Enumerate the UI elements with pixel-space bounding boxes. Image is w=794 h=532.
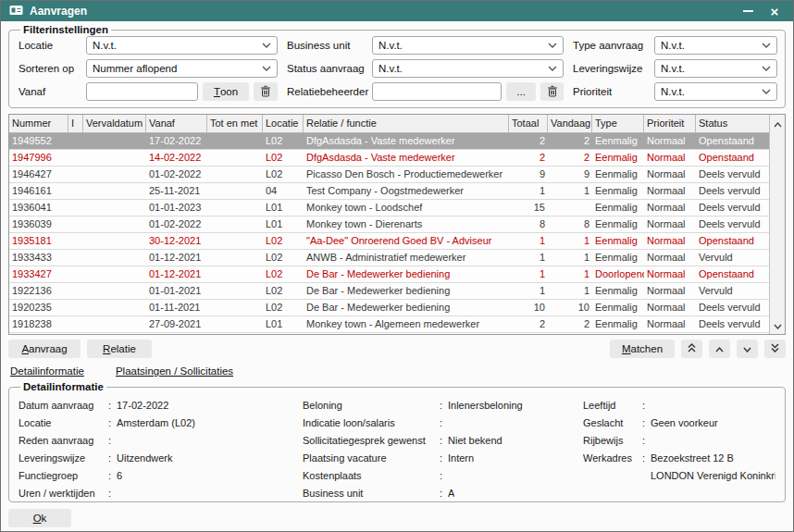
next-row-button[interactable] — [737, 340, 758, 358]
detail-label: Leveringswijze — [19, 452, 108, 464]
aanvragen-window: Aanvragen × Filterinstellingen Locatie N… — [0, 0, 794, 532]
table-row[interactable]: 193603901-02-2022L01Monkey town - Dieren… — [9, 217, 769, 233]
detail-info-legend: Detailinformatie — [20, 381, 106, 392]
detail-value: Niet bekend — [448, 435, 502, 446]
detail-row: Datum aanvraag:17-02-2022 — [19, 396, 303, 414]
detail-value: LONDON Verenigd Koninkrijk — [651, 470, 775, 481]
table-row[interactable]: 193604101-01-2023L01Monkey town - Loodsc… — [9, 200, 769, 217]
detail-value: A — [448, 488, 454, 499]
cell-i — [68, 283, 83, 299]
previous-row-button[interactable] — [709, 340, 730, 358]
cell-nummer: 1947996 — [9, 150, 68, 166]
sorteren-op-label: Sorteren op — [19, 63, 86, 74]
cell-vervaldatum — [83, 300, 146, 315]
toon-button[interactable]: Toon — [203, 82, 249, 101]
matchen-button[interactable]: Matchen — [610, 340, 675, 358]
filter-settings-group: Filterinstellingen Locatie N.v.t. Busine… — [8, 24, 786, 108]
detail-colon: : — [440, 435, 448, 446]
first-row-button[interactable] — [681, 340, 702, 358]
column-header-vandaag[interactable]: Vandaag — [548, 115, 592, 132]
column-header-vanaf[interactable]: Vanaf — [146, 115, 207, 132]
aanvraag-button[interactable]: Aanvraag — [8, 340, 81, 358]
cell-i — [68, 233, 83, 249]
detail-colon: : — [108, 452, 117, 464]
scroll-up-button[interactable] — [771, 117, 785, 130]
cell-tot_en_met — [207, 316, 263, 332]
detail-label: Functiegroep — [19, 470, 108, 481]
table-row[interactable]: 194642701-02-2022L02Picasso Den Bosch - … — [9, 167, 769, 183]
column-header-totaal[interactable]: Totaal — [509, 115, 548, 132]
scroll-down-button[interactable] — [771, 318, 785, 332]
detail-row: Reden aanvraag: — [19, 431, 303, 449]
locatie-select[interactable]: N.v.t. — [86, 36, 278, 55]
detail-label: Plaatsing vacature — [303, 452, 440, 464]
column-header-vervaldatum[interactable]: Vervaldatum — [83, 115, 146, 132]
table-row[interactable]: 194616125-11-202104Test Company - Oogstm… — [9, 183, 769, 200]
column-header-locatie[interactable]: Locatie — [263, 115, 304, 132]
cell-relatie: De Bar - Medewerker bediening — [304, 266, 509, 282]
table-row[interactable]: 194955217-02-2022L02DfgAsdasda - Vaste m… — [9, 133, 769, 150]
double-chevron-down-icon — [771, 343, 779, 354]
column-header-tot_en_met[interactable]: Tot en met — [207, 115, 263, 132]
detail-value: Geen voorkeur — [651, 417, 718, 428]
browse-relatiebeheerder-button[interactable]: ... — [506, 82, 536, 101]
column-header-nummer[interactable]: Nummer — [9, 115, 68, 132]
detail-row: Geslacht:Geen voorkeur — [583, 414, 775, 431]
vertical-scrollbar[interactable] — [769, 115, 785, 334]
type-aanvraag-select[interactable]: N.v.t. — [654, 36, 777, 55]
relatie-button[interactable]: Relatie — [87, 340, 152, 358]
column-header-relatie[interactable]: Relatie / functie — [304, 115, 509, 132]
tab-plaatsingen-sollicitaties[interactable]: Plaatsingen / Sollicitaties — [116, 365, 233, 377]
detail-label: Rijbewijs — [583, 435, 642, 446]
leveringswijze-label: Leveringswijze — [573, 63, 654, 74]
tab-detailinformatie[interactable]: Detailinformatie — [10, 365, 84, 377]
cell-status: Deels vervuld — [696, 167, 769, 182]
table-row[interactable]: 193343301-12-2021L02ANWB - Administratie… — [9, 250, 769, 266]
cell-locatie: L02 — [263, 266, 304, 282]
close-button[interactable]: × — [764, 3, 785, 19]
clear-relatiebeheerder-button[interactable] — [540, 82, 564, 101]
detail-value: Inlenersbeloning — [448, 400, 523, 411]
detail-label: Datum aanvraag — [19, 400, 108, 411]
cell-relatie: Monkey town - Loodschef — [304, 200, 509, 216]
cell-vandaag: 9 — [548, 167, 592, 182]
cell-status: Vervuld — [696, 250, 769, 266]
minimize-button[interactable] — [738, 3, 758, 19]
sorteren-op-select[interactable]: Nummer aflopend — [86, 59, 278, 78]
table-row[interactable]: 192213601-01-2021L02De Bar - Medewerker … — [9, 283, 769, 300]
cell-status: Vervuld — [696, 283, 769, 299]
business-unit-select[interactable]: N.v.t. — [372, 36, 564, 55]
detail-value: 6 — [117, 470, 122, 481]
cell-vanaf: 01-11-2021 — [146, 300, 207, 315]
cell-locatie: L02 — [263, 150, 304, 166]
leveringswijze-select[interactable]: N.v.t. — [654, 59, 777, 78]
cell-totaal: 2 — [509, 316, 548, 332]
table-row[interactable]: 194799614-02-2022L02DfgAsdasda - Vaste m… — [9, 150, 769, 167]
prioriteit-select[interactable]: N.v.t. — [654, 82, 777, 101]
last-row-button[interactable] — [764, 340, 786, 358]
table-row[interactable]: 192023501-11-2021L02De Bar - Medewerker … — [9, 300, 769, 316]
cell-locatie: L02 — [263, 283, 304, 299]
detail-row: Locatie:Amsterdam (L02) — [19, 414, 303, 431]
cell-relatie: De Bar - Medewerker bediening — [304, 300, 509, 315]
column-header-i[interactable]: I — [68, 115, 83, 132]
column-header-type[interactable]: Type — [592, 115, 644, 132]
relatiebeheerder-input[interactable] — [372, 82, 502, 101]
cell-vanaf: 27-09-2021 — [146, 316, 207, 332]
column-header-prioriteit[interactable]: Prioriteit — [644, 115, 696, 132]
ok-button[interactable]: Ok — [8, 509, 71, 527]
table-row[interactable]: 191823827-09-2021L01Monkey town - Algeme… — [9, 316, 769, 333]
detail-row: Leveringswijze:Uitzendwerk — [19, 449, 303, 466]
detail-column-right: Leeftijd:Geslacht:Geen voorkeurRijbewijs… — [583, 396, 775, 501]
detail-colon: : — [108, 435, 117, 446]
cell-vervaldatum — [83, 200, 146, 216]
cell-vervaldatum — [83, 233, 146, 249]
detail-label: Beloning — [303, 400, 440, 411]
table-row[interactable]: 193342701-12-2021L02De Bar - Medewerker … — [9, 266, 769, 283]
clear-vanaf-button[interactable] — [254, 82, 278, 101]
cell-nummer: 1946427 — [9, 167, 68, 182]
status-aanvraag-select[interactable]: N.v.t. — [372, 59, 564, 78]
vanaf-input[interactable] — [86, 82, 198, 101]
table-row[interactable]: 193518130-12-2021L02"Aa-Dee" Onroerend G… — [9, 233, 769, 250]
column-header-status[interactable]: Status — [696, 115, 769, 132]
